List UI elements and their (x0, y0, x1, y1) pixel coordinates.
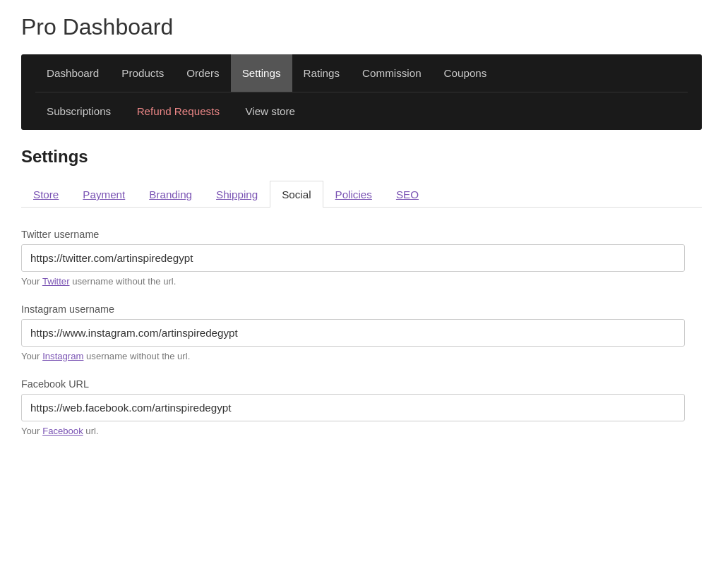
facebook-label: Facebook URL (21, 378, 685, 390)
settings-tabs: Store Payment Branding Shipping Social P… (21, 181, 702, 208)
tab-store[interactable]: Store (21, 181, 71, 208)
instagram-group: Instagram username Your Instagram userna… (21, 304, 685, 361)
facebook-input[interactable] (21, 394, 685, 421)
nav-item-view-store[interactable]: View store (234, 92, 306, 130)
instagram-input[interactable] (21, 319, 685, 347)
nav-item-products[interactable]: Products (110, 54, 175, 92)
tab-branding[interactable]: Branding (137, 181, 204, 208)
nav-item-dashboard[interactable]: Dashboard (35, 54, 110, 92)
form-section: Twitter username Your Twitter username w… (21, 229, 685, 436)
tab-seo[interactable]: SEO (384, 181, 431, 208)
twitter-label: Twitter username (21, 229, 685, 240)
twitter-group: Twitter username Your Twitter username w… (21, 229, 685, 287)
nav-item-commission[interactable]: Commission (351, 54, 433, 92)
tab-policies[interactable]: Policies (323, 181, 384, 208)
twitter-input[interactable] (21, 244, 685, 272)
nav-item-refund-requests[interactable]: Refund Requests (126, 92, 231, 130)
nav-item-subscriptions[interactable]: Subscriptions (35, 92, 122, 130)
instagram-hint: Your Instagram username without the url. (21, 351, 685, 361)
instagram-label: Instagram username (21, 304, 685, 315)
tab-payment[interactable]: Payment (71, 181, 137, 208)
nav-item-settings[interactable]: Settings (231, 54, 292, 92)
nav-item-orders[interactable]: Orders (175, 54, 230, 92)
facebook-group: Facebook URL Your Facebook url. (21, 378, 685, 436)
facebook-hint: Your Facebook url. (21, 426, 685, 436)
instagram-link[interactable]: Instagram (42, 351, 83, 361)
nav-item-coupons[interactable]: Coupons (433, 54, 498, 92)
facebook-link[interactable]: Facebook (42, 426, 83, 436)
tab-social[interactable]: Social (270, 181, 323, 208)
nav-item-ratings[interactable]: Ratings (292, 54, 352, 92)
settings-heading: Settings (21, 147, 702, 167)
main-nav: Dashboard Products Orders Settings Ratin… (21, 54, 702, 130)
twitter-link[interactable]: Twitter (42, 276, 70, 287)
nav-row: Dashboard Products Orders Settings Ratin… (35, 54, 688, 92)
tab-shipping[interactable]: Shipping (204, 181, 270, 208)
twitter-hint: Your Twitter username without the url. (21, 276, 685, 287)
nav-row-2: Subscriptions Refund Requests View store (35, 92, 688, 130)
page-title: Pro Dashboard (21, 14, 702, 40)
